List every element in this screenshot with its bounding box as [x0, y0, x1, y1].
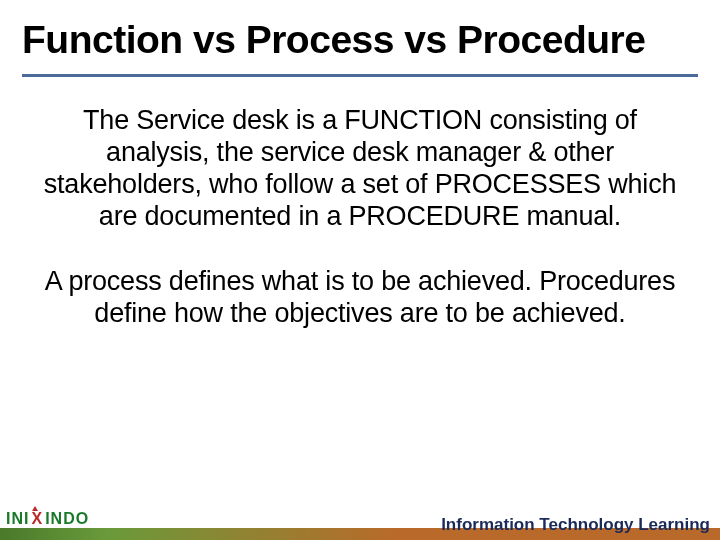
- body-area: The Service desk is a FUNCTION consistin…: [0, 77, 720, 330]
- logo: INIXINDO: [6, 510, 89, 528]
- logo-x-icon: X: [29, 510, 45, 528]
- logo-text-suffix: INDO: [45, 510, 89, 527]
- title-area: Function vs Process vs Procedure: [0, 0, 720, 68]
- footer-tagline: Information Technology Learning: [441, 515, 710, 535]
- paragraph-2: A process defines what is to be achieved…: [40, 266, 680, 330]
- slide-title: Function vs Process vs Procedure: [22, 18, 698, 62]
- footer: INIXINDO Information Technology Learning: [0, 508, 720, 540]
- paragraph-1: The Service desk is a FUNCTION consistin…: [40, 105, 680, 232]
- slide: Function vs Process vs Procedure The Ser…: [0, 0, 720, 540]
- logo-text-prefix: INI: [6, 510, 29, 527]
